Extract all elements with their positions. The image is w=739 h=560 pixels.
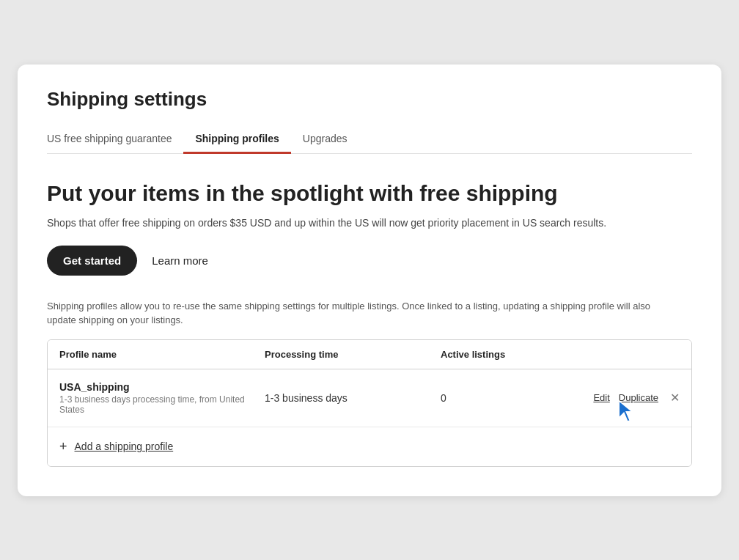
learn-more-link[interactable]: Learn more: [152, 254, 208, 267]
main-card: Shipping settings US free shipping guara…: [18, 65, 721, 496]
col-header-processing-time: Processing time: [265, 349, 441, 360]
get-started-button[interactable]: Get started: [47, 246, 137, 276]
tab-us-free-shipping[interactable]: US free shipping guarantee: [47, 125, 183, 154]
svg-marker-0: [619, 401, 633, 422]
promo-actions: Get started Learn more: [47, 246, 692, 276]
col-header-active-listings: Active listings: [441, 349, 587, 360]
add-profile-row[interactable]: + Add a shipping profile: [48, 427, 691, 466]
add-shipping-profile-link[interactable]: Add a shipping profile: [75, 441, 174, 452]
promo-section: Put your items in the spotlight with fre…: [47, 180, 692, 276]
col-header-actions: [587, 349, 680, 360]
add-icon: +: [59, 439, 67, 454]
table-header: Profile name Processing time Active list…: [48, 340, 691, 369]
tab-shipping-profiles[interactable]: Shipping profiles: [183, 125, 290, 154]
profile-subtitle: 1-3 business days processing time, from …: [59, 394, 265, 415]
page-title: Shipping settings: [47, 88, 692, 111]
table-row: USA_shipping 1-3 business days processin…: [48, 369, 691, 427]
promo-title: Put your items in the spotlight with fre…: [47, 180, 692, 207]
tabs-nav: US free shipping guarantee Shipping prof…: [47, 125, 692, 154]
profile-name: USA_shipping: [59, 381, 265, 393]
delete-button[interactable]: ✕: [670, 391, 680, 405]
profiles-table: Profile name Processing time Active list…: [47, 339, 692, 467]
profiles-description: Shipping profiles allow you to re-use th…: [47, 299, 677, 328]
active-listings-cell: 0: [441, 392, 587, 404]
col-header-profile-name: Profile name: [59, 349, 265, 360]
profile-name-cell: USA_shipping 1-3 business days processin…: [59, 381, 265, 415]
promo-description: Shops that offer free shipping on orders…: [47, 215, 677, 231]
processing-time-cell: 1-3 business days: [265, 392, 441, 404]
edit-link[interactable]: Edit: [593, 392, 609, 403]
tab-upgrades[interactable]: Upgrades: [291, 125, 359, 154]
duplicate-link[interactable]: Duplicate: [619, 392, 658, 403]
row-actions: Edit Duplicate ✕: [587, 391, 680, 405]
